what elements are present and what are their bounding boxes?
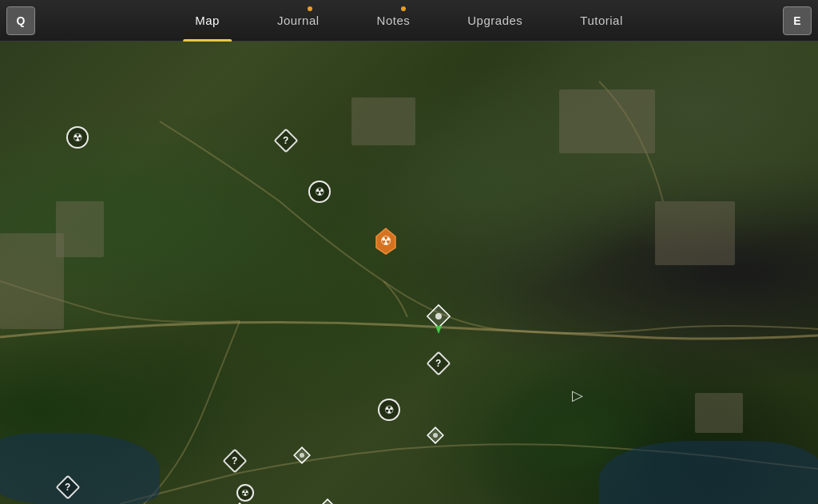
radiation-marker-2[interactable]: ☢ (308, 181, 331, 203)
map-fog-overlay (674, 42, 818, 201)
question-marker-2[interactable]: ? (430, 355, 447, 372)
svg-point-14 (435, 313, 442, 319)
diamond-marker-1[interactable] (293, 446, 311, 467)
map-cursor: ▷ (572, 387, 583, 404)
tab-journal[interactable]: Journal (248, 0, 348, 42)
diamond-marker-4[interactable] (427, 427, 444, 447)
buildings-right-mid (655, 201, 735, 265)
nav-tabs: Map Journal Notes Upgrades Tutorial (42, 0, 776, 42)
question-marker-1[interactable]: ? (277, 132, 295, 149)
key-q-button[interactable]: Q (6, 6, 35, 35)
tab-tutorial[interactable]: Tutorial (551, 0, 651, 42)
radiation-marker-3[interactable]: ☢ (378, 399, 400, 421)
buildings-center-left (56, 201, 104, 257)
tab-upgrades[interactable]: Upgrades (439, 0, 551, 42)
nav-destination-marker[interactable] (426, 304, 451, 339)
key-e-button[interactable]: E (783, 6, 812, 35)
app-container: Q Map Journal Notes Upgrades Tutorial E (0, 0, 818, 504)
buildings-top-center (351, 97, 415, 145)
tab-notes[interactable]: Notes (348, 0, 439, 42)
water-bottom-left (0, 433, 160, 504)
notes-dot-indicator (401, 6, 406, 11)
map-canvas[interactable]: ☢ ☢ ☢ ? ? ? (0, 42, 818, 504)
svg-marker-15 (435, 326, 442, 334)
buildings-top-right (559, 89, 655, 153)
diamond-marker-2[interactable] (319, 498, 336, 504)
buildings-left (0, 233, 64, 329)
svg-point-6 (433, 433, 438, 438)
player-marker[interactable]: ☢ (368, 224, 403, 262)
water-bottom-right (599, 441, 818, 504)
svg-text:☢: ☢ (380, 234, 391, 248)
buildings-bottom-right-area (695, 393, 743, 433)
navigation-bar: Q Map Journal Notes Upgrades Tutorial E (0, 0, 818, 42)
journal-dot-indicator (308, 6, 312, 11)
radiation-cluster[interactable]: ☢ (236, 484, 254, 502)
question-marker-3[interactable]: ? (226, 452, 244, 470)
svg-point-1 (300, 453, 304, 458)
map-area[interactable]: ☢ ☢ ☢ ? ? ? (0, 42, 818, 504)
svg-rect-2 (320, 499, 336, 504)
radiation-marker-1[interactable]: ☢ (66, 126, 89, 149)
question-marker-4[interactable]: ? (59, 478, 77, 496)
tab-map[interactable]: Map (166, 0, 248, 42)
